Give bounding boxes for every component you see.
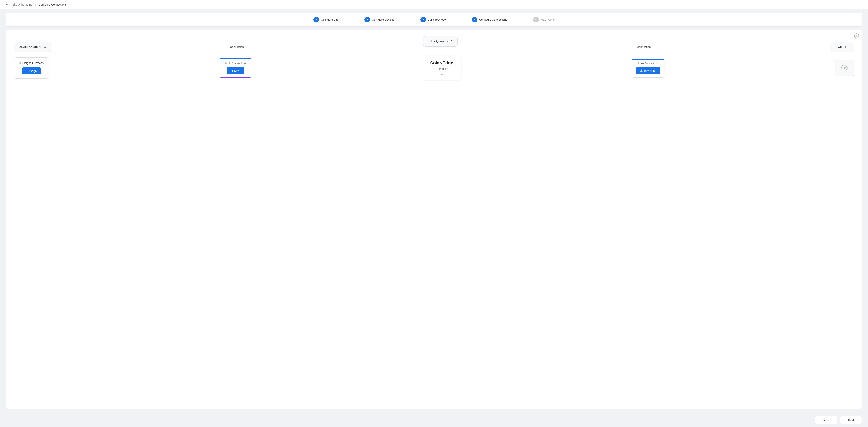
h-connector-4a [464,68,629,68]
assigned-devices-label: 0 Assigned Devices [20,61,43,65]
nav-separator: > [34,3,36,6]
step-4-icon: 4 [474,18,475,21]
solar-edge-dots: ... [440,72,443,76]
step-2-circle: ✓ [365,17,370,23]
connection-status-new: No Connections [225,62,246,65]
h-connector-4b [667,68,833,68]
step-5[interactable]: 5 Map Points [533,17,555,23]
step-2-label: Configure Devices [372,18,395,21]
download-btn-label: Download [644,69,656,72]
back-arrow[interactable]: ← [5,2,8,6]
step-2-icon: ✓ [366,18,368,21]
no-connections-download-label: No Connections [640,62,659,65]
h-connector-2b [655,47,828,47]
step-5-icon: 5 [535,18,537,21]
no-connections-new-label: No Connections [228,62,246,65]
status-dot-new [225,62,227,64]
top-nav: ← | Site Onboarding > Configure Connecti… [0,0,868,9]
step-connector-4 [510,20,530,20]
step-3-circle: ✓ [421,17,426,23]
nav-divider: | [10,3,11,6]
step-5-label: Map Points [541,18,555,21]
device-card: 0 Assigned Devices + Assign [14,57,49,79]
solar-edge-name: Solar-Edge [430,60,453,66]
edge-quantity-value: 1 [451,39,453,43]
h-connector-1a [53,47,226,47]
step-1[interactable]: ✓ Configure Site [313,17,339,23]
step-2[interactable]: ✓ Configure Devices [365,17,395,23]
cloud-upload-icon [841,64,848,72]
steps-wizard: ✓ Configure Site ✓ Configure Devices ✓ B… [6,13,862,26]
step-4-label: Configure Connections [479,18,507,21]
connection-status-download: No Connections [638,62,659,65]
cloud-upload-card [835,59,854,77]
solar-edge-sub: To Publish [435,67,448,70]
new-button[interactable]: + New [227,67,244,74]
step-5-circle: 5 [533,17,539,23]
step-4-circle: 4 [472,17,477,23]
cloud-svg [841,64,848,71]
edge-quantity-label: Edge Quantity [428,39,448,43]
download-card: No Connections Download [632,59,664,78]
download-card-top-bar [632,59,664,59]
connection-label-2: Connection [635,45,652,49]
info-icon[interactable]: i [854,33,859,38]
step-4[interactable]: 4 Configure Connections [472,17,507,23]
next-button[interactable]: Next [840,416,862,424]
h-connector-1b [248,47,421,47]
step-1-circle: ✓ [313,17,319,23]
device-quantity-box: Device Quantity 1 [14,42,51,52]
breadcrumb-parent[interactable]: Site Onboarding [12,3,32,6]
download-button[interactable]: Download [636,67,660,74]
main-content: ✓ Configure Site ✓ Configure Devices ✓ B… [0,9,868,413]
h-connector-3a [52,68,217,68]
footer: Back Next [0,413,868,427]
step-3-label: Build Topology [428,18,446,21]
breadcrumb-current: Configure Connections [39,3,67,6]
device-quantity-value: 1 [44,45,46,49]
connection-label-1: Connection [228,45,245,49]
back-button[interactable]: Back [815,416,837,424]
assign-button[interactable]: + Assign [22,67,40,75]
step-1-icon: ✓ [315,18,317,21]
flow-area: i Device Quantity 1 Connection Edge Quan… [6,30,862,409]
step-1-label: Configure Site [321,18,339,21]
h-connector-3b [254,68,420,68]
cloud-label-box: Cloud [830,42,854,52]
new-connection-card: No Connections + New [220,58,251,78]
device-quantity-label: Device Quantity [19,45,41,49]
connection-card-top-bar [220,58,251,59]
download-icon [640,69,643,72]
step-connector-3 [449,20,469,20]
step-3[interactable]: ✓ Build Topology [421,17,446,23]
step-connector-1 [342,20,361,20]
h-connector-2a [460,47,633,47]
solar-edge-card: Solar-Edge To Publish ... [422,56,461,80]
step-connector-2 [398,20,417,20]
edge-quantity-box: Edge Quantity 1 [423,36,458,47]
status-dot-download [638,62,639,64]
step-3-icon: ✓ [422,18,424,21]
